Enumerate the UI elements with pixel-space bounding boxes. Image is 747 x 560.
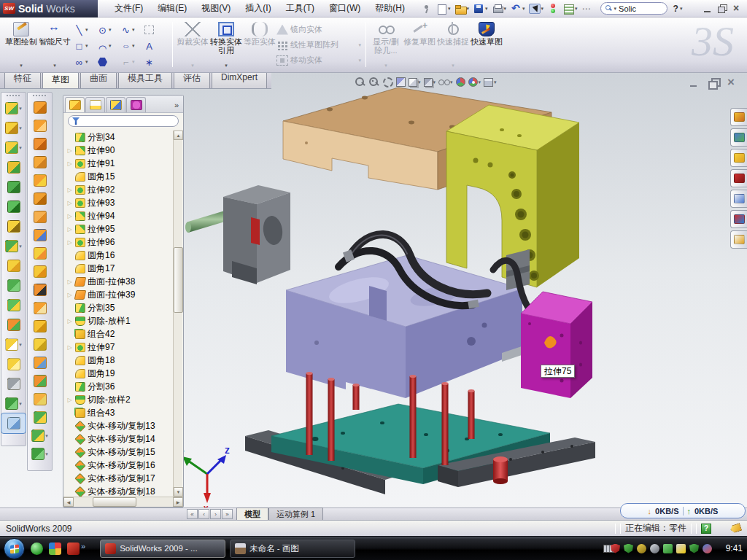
- tree-item[interactable]: 实体-移动/复制14: [65, 432, 171, 446]
- tree-item[interactable]: ▷拉伸97: [65, 341, 171, 354]
- undo-button[interactable]: ▾: [508, 3, 527, 15]
- view-settings-button[interactable]: ▾: [484, 78, 497, 87]
- tree-item[interactable]: 圆角19: [65, 367, 171, 380]
- custom-properties-button[interactable]: [730, 230, 747, 249]
- resources-home-button[interactable]: [730, 108, 747, 126]
- tab-DimXpert[interactable]: DimXpert: [212, 73, 267, 88]
- spline-button[interactable]: ∿▾: [120, 22, 143, 38]
- file-explorer-button[interactable]: [730, 149, 747, 167]
- solidworks-icon[interactable]: [67, 542, 80, 555]
- section-view-button[interactable]: [396, 77, 406, 87]
- instant3d-button[interactable]: [1, 413, 26, 433]
- start-button[interactable]: [4, 538, 25, 559]
- scroll-right-icon[interactable]: [173, 497, 183, 507]
- menu-item[interactable]: 窗口(W): [322, 0, 367, 17]
- menu-item[interactable]: 插入(I): [239, 0, 277, 17]
- antivirus-shield-icon[interactable]: [611, 544, 620, 553]
- sketch-text-button[interactable]: A: [143, 38, 166, 54]
- minimize-icon[interactable]: [700, 3, 715, 15]
- scroll-left-icon[interactable]: [63, 497, 74, 507]
- linear-pattern-button[interactable]: ▾: [1, 236, 26, 256]
- expand-arrow-icon[interactable]: ▷: [66, 344, 73, 351]
- fillet-button[interactable]: ▾: [1, 138, 26, 158]
- save-button[interactable]: ▾: [471, 3, 489, 15]
- tree-item[interactable]: ▷曲面-拉伸38: [65, 275, 171, 288]
- media-icon[interactable]: [49, 542, 61, 555]
- expand-arrow-icon[interactable]: ▷: [66, 200, 73, 206]
- boundary-surface-button[interactable]: [28, 171, 52, 190]
- network-speed-widget[interactable]: ↓ 0KB/S ↑ 0KB/S: [620, 503, 746, 518]
- delete-face-button[interactable]: [28, 281, 52, 299]
- extruded-cut-button[interactable]: ▾: [1, 98, 26, 118]
- featuremanager-tab[interactable]: [65, 97, 85, 112]
- untrim-surface-button[interactable]: [28, 354, 52, 372]
- more-tools-button[interactable]: [580, 3, 595, 15]
- line-button[interactable]: ╲▾: [73, 22, 96, 38]
- doc-close-icon[interactable]: [725, 77, 738, 88]
- scrollbar-thumb[interactable]: [174, 247, 183, 313]
- doc-restore-icon[interactable]: [706, 77, 719, 88]
- quick-launch-overflow-icon[interactable]: »: [81, 542, 85, 551]
- extruded-boss-button[interactable]: ▾: [1, 118, 26, 138]
- tab-评估[interactable]: 评估: [174, 73, 210, 88]
- tree-item[interactable]: 组合42: [65, 327, 171, 341]
- menu-item[interactable]: 工具(T): [279, 0, 321, 17]
- tree-item[interactable]: ▷切除-放样2: [65, 393, 171, 406]
- print-button[interactable]: ▾: [490, 3, 508, 15]
- edit-appearance-button[interactable]: [456, 77, 465, 87]
- tree-item[interactable]: 实体-移动/复制13: [65, 419, 171, 432]
- knit-surface-button[interactable]: [28, 262, 52, 281]
- shell-button[interactable]: [1, 295, 26, 315]
- helix-curve-button[interactable]: ▾: [1, 394, 26, 413]
- menu-item[interactable]: 文件(F): [108, 0, 150, 17]
- solidworks-content-button[interactable]: [730, 169, 747, 187]
- expand-arrow-icon[interactable]: ▷: [66, 397, 73, 403]
- convert-entities-button[interactable]: 转换实体引用▾: [209, 20, 243, 69]
- close-icon[interactable]: [729, 3, 744, 15]
- tree-item[interactable]: ▷拉伸91: [65, 157, 171, 170]
- filled-surface-button[interactable]: [28, 190, 52, 208]
- red-locating-ring[interactable]: [493, 456, 508, 484]
- doc-tab-nav-icon-1[interactable]: ‹: [198, 509, 209, 519]
- expand-arrow-icon[interactable]: ▷: [66, 318, 73, 324]
- rectangle-button[interactable]: □▾: [73, 38, 96, 54]
- doc-tab-nav-icon-3[interactable]: »: [222, 509, 233, 519]
- network-warning-icon[interactable]: [676, 544, 686, 553]
- doc-tab-nav-icon-0[interactable]: «: [187, 509, 198, 519]
- menu-item[interactable]: 编辑(E): [151, 0, 193, 17]
- boundary-boss-button[interactable]: [1, 197, 26, 217]
- expand-arrow-icon[interactable]: ▷: [66, 147, 73, 154]
- security-shield-icon[interactable]: [624, 544, 633, 553]
- tree-item[interactable]: 组合43: [65, 406, 171, 419]
- restore-icon[interactable]: [715, 3, 729, 15]
- offset-surface-button[interactable]: [28, 226, 52, 244]
- language-ball-icon[interactable]: [703, 544, 712, 553]
- move-surface-button[interactable]: [28, 372, 52, 390]
- tree-item[interactable]: 分割36: [65, 380, 171, 393]
- new-file-button[interactable]: ▾: [434, 3, 452, 15]
- slot-button[interactable]: ∞▾: [73, 54, 96, 70]
- stoplight-button[interactable]: [546, 3, 560, 15]
- expand-arrow-icon[interactable]: ▷: [66, 226, 73, 233]
- extend-surface-button[interactable]: [28, 317, 52, 335]
- reference-plane-button[interactable]: [1, 354, 26, 374]
- rapid-sketch-button[interactable]: 快速草图: [470, 20, 503, 69]
- arc-button[interactable]: ◠▾: [96, 38, 120, 54]
- polygon-button[interactable]: [96, 54, 120, 70]
- tree-item[interactable]: 实体-移动/复制15: [65, 446, 171, 459]
- tree-item[interactable]: ▷拉伸96: [65, 236, 171, 249]
- ellipse-button[interactable]: ○▾: [120, 38, 143, 54]
- hole-wizard-button[interactable]: [1, 217, 26, 236]
- move-copy-bodies-button[interactable]: [1, 315, 26, 335]
- view-orientation-button[interactable]: ▾: [409, 78, 421, 87]
- tree-item[interactable]: ▷切除-放样1: [65, 314, 171, 327]
- propertymanager-tab[interactable]: [85, 97, 105, 112]
- tree-item[interactable]: ▷拉伸95: [65, 222, 171, 236]
- reference-axis-button[interactable]: [1, 374, 26, 394]
- planar-surface-button[interactable]: [28, 208, 52, 226]
- design-library-button[interactable]: [730, 128, 747, 147]
- taskbar-button[interactable]: SolidWorks 2009 - ...: [100, 540, 225, 558]
- lofted-boss-button[interactable]: [1, 177, 26, 197]
- circle-button[interactable]: ⊙▾: [96, 22, 120, 38]
- doc-tab-模型[interactable]: 模型: [236, 508, 268, 521]
